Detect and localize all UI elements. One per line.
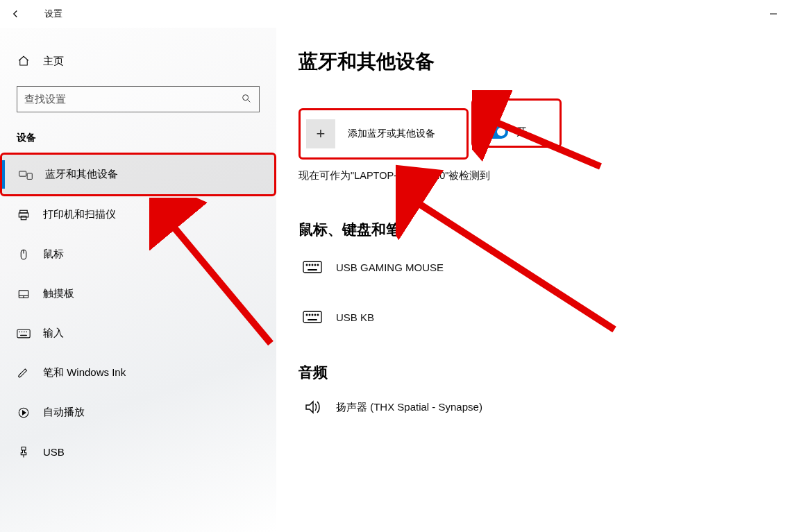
- mouse-icon: [17, 248, 31, 261]
- svg-point-27: [314, 264, 316, 266]
- bluetooth-toggle[interactable]: [478, 125, 508, 139]
- sidebar-item-usb[interactable]: USB: [0, 432, 276, 472]
- discoverable-text: 现在可作为"LAPTOP-8PE1J0N0"被检测到: [298, 169, 799, 182]
- svg-rect-5: [20, 210, 28, 213]
- svg-rect-30: [303, 311, 321, 323]
- sidebar-item-label: 触摸板: [43, 287, 74, 300]
- svg-point-24: [306, 264, 308, 266]
- back-button[interactable]: [7, 6, 24, 22]
- sidebar-item-typing[interactable]: 输入: [0, 314, 276, 353]
- sidebar-item-touchpad[interactable]: 触摸板: [0, 274, 276, 314]
- svg-point-31: [306, 314, 308, 316]
- svg-marker-20: [23, 411, 26, 415]
- page-title: 蓝牙和其他设备: [298, 49, 799, 75]
- sidebar-item-mouse[interactable]: 鼠标: [0, 234, 276, 274]
- sidebar-item-label: 鼠标: [43, 248, 64, 261]
- main-content: 蓝牙和其他设备 + 添加蓝牙或其他设备 蓝牙 开 现在可作为"LAPTOP-8P…: [298, 28, 799, 532]
- sidebar-item-autoplay[interactable]: 自动播放: [0, 393, 276, 432]
- minimize-button[interactable]: [757, 3, 789, 25]
- svg-point-28: [317, 264, 319, 266]
- sidebar-item-label: 自动播放: [43, 406, 85, 419]
- annotation-highlight-nav: 蓝牙和其他设备: [0, 153, 276, 196]
- add-device-button[interactable]: + 添加蓝牙或其他设备: [298, 108, 469, 160]
- device-row[interactable]: USB GAMING MOUSE: [298, 249, 799, 285]
- sidebar-item-printers[interactable]: 打印机和扫描仪: [0, 195, 276, 234]
- bluetooth-toggle-row: 开: [478, 125, 546, 139]
- usb-icon: [17, 445, 31, 459]
- svg-marker-37: [306, 402, 313, 413]
- plus-icon: +: [306, 119, 335, 148]
- svg-rect-13: [17, 329, 30, 338]
- bluetooth-section-label: 蓝牙: [478, 105, 546, 118]
- svg-rect-7: [21, 216, 26, 219]
- sidebar-item-label: USB: [43, 446, 65, 458]
- svg-rect-21: [22, 447, 26, 450]
- home-label: 主页: [43, 55, 64, 68]
- device-label: 扬声器 (THX Spatial - Synapse): [336, 401, 482, 414]
- sidebar-item-bluetooth[interactable]: 蓝牙和其他设备: [2, 155, 274, 194]
- svg-line-2: [248, 100, 250, 102]
- mouse-keyboard-header: 鼠标、键盘和笔: [298, 220, 799, 239]
- speaker-icon: [301, 399, 323, 415]
- sidebar-item-label: 蓝牙和其他设备: [45, 168, 118, 181]
- pen-icon: [17, 366, 31, 380]
- search-placeholder: 查找设置: [24, 93, 241, 106]
- device-label: USB KB: [336, 311, 374, 323]
- sidebar-item-label: 打印机和扫描仪: [43, 208, 116, 221]
- home-nav[interactable]: 主页: [0, 49, 276, 74]
- svg-rect-23: [303, 261, 321, 273]
- touchpad-icon: [17, 287, 31, 301]
- keyboard-device-icon: [301, 309, 323, 325]
- audio-header: 音频: [298, 363, 799, 382]
- sidebar: 主页 查找设置 设备 蓝牙和其他设备 打印机和扫描仪 鼠标 触摸板: [0, 28, 276, 532]
- svg-point-1: [243, 94, 249, 100]
- autoplay-icon: [17, 406, 31, 420]
- svg-rect-6: [19, 213, 28, 217]
- search-input[interactable]: 查找设置: [17, 86, 260, 112]
- app-title: 设置: [44, 8, 62, 20]
- svg-point-32: [309, 314, 310, 316]
- svg-rect-4: [27, 173, 32, 179]
- device-row[interactable]: USB KB: [298, 299, 799, 335]
- svg-rect-3: [19, 171, 26, 176]
- svg-point-26: [312, 264, 313, 266]
- svg-point-33: [312, 314, 313, 316]
- svg-point-25: [309, 264, 310, 266]
- sidebar-item-label: 笔和 Windows Ink: [43, 366, 126, 379]
- svg-point-35: [317, 314, 319, 316]
- titlebar-left: 设置: [7, 6, 62, 22]
- annotation-highlight-bt: 蓝牙 开: [471, 98, 562, 148]
- add-device-label: 添加蓝牙或其他设备: [348, 128, 435, 140]
- svg-point-34: [314, 314, 316, 316]
- printer-icon: [17, 208, 31, 222]
- window-controls: [757, 3, 799, 25]
- bluetooth-devices-icon: [19, 168, 33, 182]
- device-label: USB GAMING MOUSE: [336, 261, 444, 273]
- device-row[interactable]: 扬声器 (THX Spatial - Synapse): [298, 389, 799, 425]
- bluetooth-toggle-state: 开: [516, 126, 527, 139]
- sidebar-item-label: 输入: [43, 327, 64, 340]
- keyboard-icon: [17, 327, 31, 341]
- sidebar-item-pen[interactable]: 笔和 Windows Ink: [0, 353, 276, 393]
- home-icon: [17, 54, 31, 68]
- titlebar: 设置: [0, 0, 799, 28]
- category-label: 设备: [0, 132, 276, 144]
- search-icon: [241, 93, 252, 106]
- keyboard-device-icon: [301, 259, 323, 275]
